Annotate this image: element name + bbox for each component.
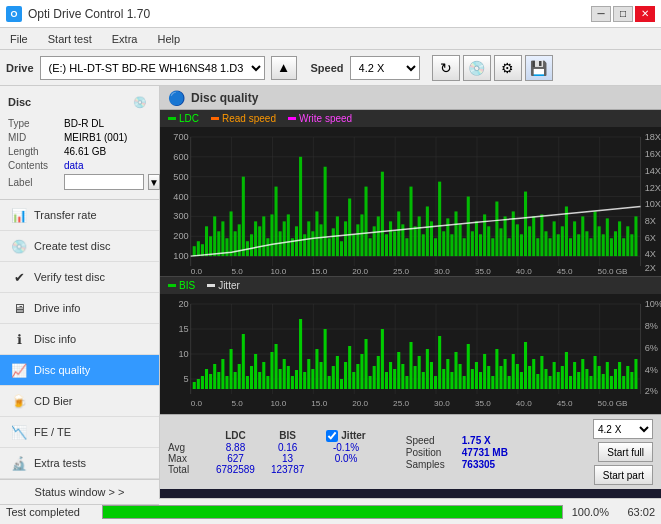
sidebar-item-transfer-rate[interactable]: 📊 Transfer rate <box>0 200 159 231</box>
svg-rect-218 <box>377 356 380 389</box>
bis-avg: 0.16 <box>263 442 312 453</box>
svg-text:700: 700 <box>173 132 188 142</box>
drive-select[interactable]: (E:) HL-DT-ST BD-RE WH16NS48 1.D3 <box>40 56 265 80</box>
svg-rect-96 <box>504 216 507 256</box>
disc-button[interactable]: 💿 <box>463 55 491 81</box>
sidebar-item-extra-tests[interactable]: 🔬 Extra tests <box>0 448 159 479</box>
svg-rect-178 <box>213 364 216 389</box>
svg-rect-50 <box>315 211 318 256</box>
disc-quality-header: 🔵 Disc quality <box>160 86 661 110</box>
jitter-checkbox-cell[interactable]: Jitter <box>322 430 369 442</box>
sidebar-item-disc-info[interactable]: ℹ Disc info <box>0 324 159 355</box>
sidebar-item-cd-bier[interactable]: 🍺 CD Bier <box>0 386 159 417</box>
svg-rect-84 <box>454 211 457 256</box>
stats-area: LDC BIS Jitter Avg <box>160 414 661 489</box>
lower-chart-svg: 20 15 10 5 10% 8% 6% 4% 2% 0.0 5.0 10.0 … <box>160 294 661 414</box>
disc-label-button[interactable]: ▼ <box>148 174 160 190</box>
jitter-dot <box>207 284 215 287</box>
svg-rect-205 <box>324 329 327 389</box>
svg-rect-248 <box>499 366 502 389</box>
svg-rect-69 <box>393 231 396 256</box>
svg-rect-216 <box>369 376 372 389</box>
svg-text:50.0 GB: 50.0 GB <box>598 267 628 276</box>
minimize-button[interactable]: ─ <box>591 6 611 22</box>
svg-rect-122 <box>610 238 613 256</box>
svg-rect-109 <box>557 234 560 256</box>
menu-file[interactable]: File <box>4 31 34 47</box>
disc-header-icon[interactable]: 💿 <box>129 92 151 112</box>
start-part-button[interactable]: Start part <box>594 465 653 485</box>
quality-speed-select[interactable]: 4.2 X <box>593 419 653 439</box>
svg-rect-70 <box>397 211 400 256</box>
svg-text:15: 15 <box>178 324 188 334</box>
menubar: File Start test Extra Help <box>0 28 661 50</box>
menu-start-test[interactable]: Start test <box>42 31 98 47</box>
maximize-button[interactable]: □ <box>613 6 633 22</box>
jitter-checkbox[interactable] <box>326 430 338 442</box>
speed-select[interactable]: 4.2 X <box>350 56 420 80</box>
svg-rect-46 <box>299 157 302 256</box>
save-button[interactable]: 💾 <box>525 55 553 81</box>
disc-mid-row: MID MEIRB1 (001) <box>8 132 151 143</box>
svg-text:35.0: 35.0 <box>475 399 491 408</box>
disc-contents-label: Contents <box>8 160 60 171</box>
svg-rect-225 <box>405 376 408 389</box>
settings-button[interactable]: ⚙ <box>494 55 522 81</box>
disc-header: Disc 💿 <box>8 92 151 112</box>
svg-rect-270 <box>589 376 592 389</box>
disc-type-row: Type BD-R DL <box>8 118 151 129</box>
bis-dot <box>168 284 176 287</box>
sidebar-item-drive-info-label: Drive info <box>34 302 80 314</box>
create-test-disc-icon: 💿 <box>10 237 28 255</box>
svg-rect-185 <box>242 334 245 389</box>
svg-rect-253 <box>520 372 523 389</box>
svg-rect-231 <box>430 362 433 389</box>
svg-rect-47 <box>303 234 306 256</box>
max-row-label: Max <box>168 453 208 464</box>
svg-rect-58 <box>348 199 351 257</box>
sidebar-item-drive-info[interactable]: 🖥 Drive info <box>0 293 159 324</box>
sidebar-item-disc-info-label: Disc info <box>34 333 76 345</box>
svg-rect-29 <box>230 211 233 256</box>
status-window-button[interactable]: Status window > > <box>0 480 159 505</box>
eject-button[interactable]: ▲ <box>271 56 297 80</box>
legend-ldc: LDC <box>168 113 199 124</box>
refresh-button[interactable]: ↻ <box>432 55 460 81</box>
svg-text:12X: 12X <box>645 183 661 193</box>
disc-label-input[interactable] <box>64 174 144 190</box>
sidebar-item-fe-te[interactable]: 📉 FE / TE <box>0 417 159 448</box>
svg-rect-184 <box>238 364 241 389</box>
menu-extra[interactable]: Extra <box>106 31 144 47</box>
svg-rect-54 <box>332 228 335 256</box>
svg-rect-26 <box>217 231 220 256</box>
position-value: 47731 MB <box>462 447 508 458</box>
sidebar-item-verify-test-disc[interactable]: ✔ Verify test disc <box>0 262 159 293</box>
sidebar-item-create-test-disc-label: Create test disc <box>34 240 110 252</box>
start-full-button[interactable]: Start full <box>598 442 653 462</box>
ldc-total: 6782589 <box>208 464 263 475</box>
svg-rect-274 <box>606 362 609 389</box>
sidebar-item-disc-quality[interactable]: 📈 Disc quality <box>0 355 159 386</box>
svg-rect-260 <box>549 376 552 389</box>
svg-rect-38 <box>266 238 269 256</box>
menu-help[interactable]: Help <box>151 31 186 47</box>
svg-rect-64 <box>373 226 376 256</box>
svg-text:15.0: 15.0 <box>311 399 327 408</box>
sidebar-item-create-test-disc[interactable]: 💿 Create test disc <box>0 231 159 262</box>
svg-rect-37 <box>262 216 265 256</box>
close-button[interactable]: ✕ <box>635 6 655 22</box>
svg-rect-76 <box>422 234 425 256</box>
svg-rect-281 <box>634 359 637 389</box>
svg-rect-240 <box>467 344 470 389</box>
sidebar-item-extra-tests-label: Extra tests <box>34 457 86 469</box>
svg-rect-251 <box>512 354 515 389</box>
svg-text:5: 5 <box>184 374 189 384</box>
svg-rect-23 <box>205 226 208 256</box>
sidebar-item-transfer-rate-label: Transfer rate <box>34 209 97 221</box>
svg-rect-51 <box>320 224 323 256</box>
svg-text:14X: 14X <box>645 166 661 176</box>
disc-length-label: Length <box>8 146 60 157</box>
svg-rect-95 <box>499 228 502 256</box>
svg-rect-265 <box>569 376 572 389</box>
ldc-max: 627 <box>208 453 263 464</box>
